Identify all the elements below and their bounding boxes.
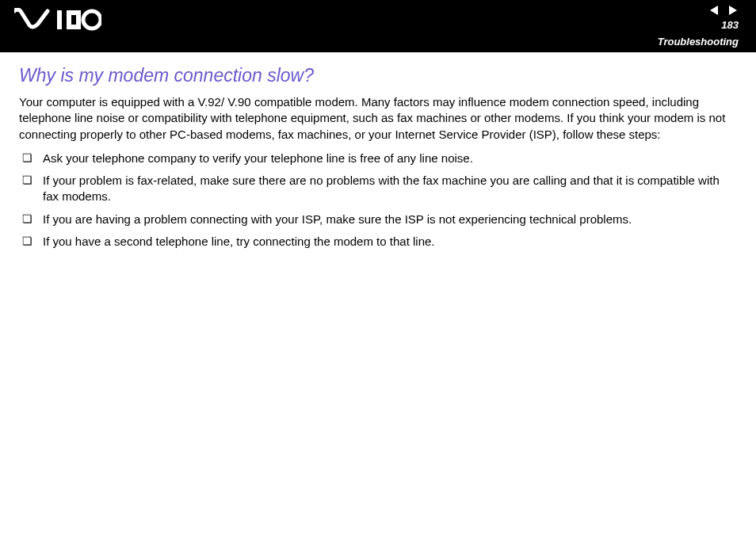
page-number: 183 bbox=[658, 19, 739, 31]
list-item: If you have a second telephone line, try… bbox=[19, 234, 737, 250]
list-item: If your problem is fax-related, make sur… bbox=[19, 173, 737, 205]
svg-marker-7 bbox=[729, 6, 737, 15]
nav-arrows bbox=[708, 5, 739, 16]
svg-marker-6 bbox=[710, 6, 718, 15]
next-page-icon[interactable] bbox=[727, 5, 739, 16]
section-title: Troubleshooting bbox=[658, 36, 739, 48]
vaio-logo bbox=[14, 8, 101, 35]
svg-point-5 bbox=[83, 11, 101, 29]
steps-list: Ask your telephone company to verify you… bbox=[19, 151, 737, 250]
page-meta: 183 Troubleshooting bbox=[658, 19, 739, 48]
header-bar: 183 Troubleshooting bbox=[0, 0, 756, 52]
list-item: Ask your telephone company to verify you… bbox=[19, 151, 737, 166]
list-item: If you are having a problem connecting w… bbox=[19, 212, 737, 227]
prev-page-icon[interactable] bbox=[708, 5, 720, 16]
svg-rect-4 bbox=[67, 10, 81, 15]
intro-paragraph: Your computer is equipped with a V.92/ V… bbox=[19, 94, 737, 143]
content-area: Why is my modem connection slow? Your co… bbox=[0, 52, 756, 250]
page-heading: Why is my modem connection slow? bbox=[19, 65, 737, 86]
svg-rect-0 bbox=[57, 10, 62, 29]
